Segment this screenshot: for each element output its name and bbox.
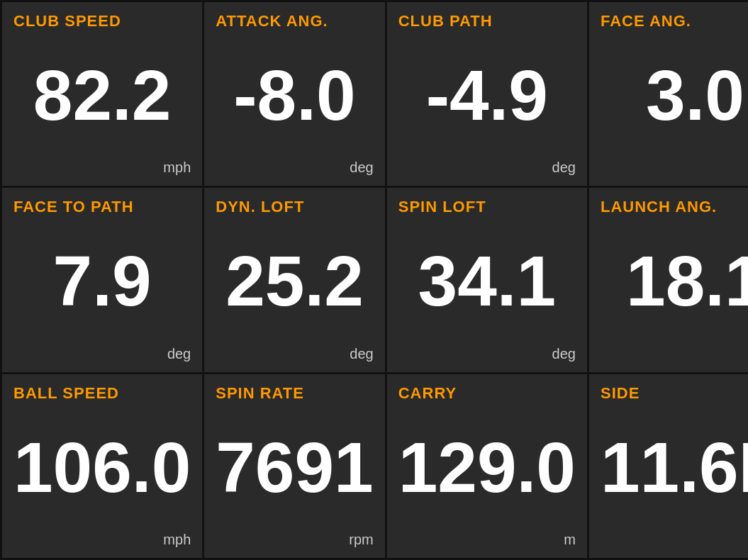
metric-card-attack-ang: ATTACK ANG.-8.0deg [204,2,384,186]
metric-label-attack-ang: ATTACK ANG. [216,12,373,30]
metric-label-spin-rate: SPIN RATE [216,384,373,403]
metrics-grid: CLUB SPEED82.2mphATTACK ANG.-8.0degCLUB … [0,0,748,560]
metric-value-face-ang: 3.0 [601,30,748,159]
metric-card-dyn-loft: DYN. LOFT25.2deg [204,188,384,371]
metric-card-launch-ang: LAUNCH ANG.18.1deg [589,188,748,371]
metric-label-carry: CARRY [398,384,576,403]
metric-label-dyn-loft: DYN. LOFT [216,198,373,216]
metric-value-carry: 129.0 [398,403,576,532]
metric-unit-attack-ang: deg [216,159,373,176]
metric-unit-face-to-path: deg [13,346,191,362]
metric-label-club-speed: CLUB SPEED [13,12,191,30]
metric-unit-carry: m [398,532,576,548]
metric-value-dyn-loft: 25.2 [216,216,373,345]
metric-value-side: 11.6R [601,403,748,532]
metric-card-club-path: CLUB PATH-4.9deg [387,2,587,186]
metric-value-spin-loft: 34.1 [398,216,576,345]
metric-unit-club-path: deg [398,159,576,176]
metric-unit-launch-ang: deg [601,346,748,362]
metric-label-face-to-path: FACE TO PATH [13,198,191,216]
metric-unit-spin-loft: deg [398,346,576,362]
metric-card-face-ang: FACE ANG.3.0deg [589,2,748,186]
metric-value-ball-speed: 106.0 [13,403,191,532]
metric-label-launch-ang: LAUNCH ANG. [601,198,748,216]
metric-card-ball-speed: BALL SPEED106.0mph [2,374,202,558]
metric-label-spin-loft: SPIN LOFT [398,198,576,216]
metric-card-spin-rate: SPIN RATE7691rpm [204,374,384,558]
metric-label-ball-speed: BALL SPEED [13,384,191,403]
metric-unit-spin-rate: rpm [216,532,373,548]
metric-value-launch-ang: 18.1 [601,216,748,345]
metric-value-spin-rate: 7691 [216,403,373,532]
metric-card-club-speed: CLUB SPEED82.2mph [2,2,202,186]
metric-value-club-path: -4.9 [398,30,576,159]
metric-unit-ball-speed: mph [13,532,191,548]
metric-card-face-to-path: FACE TO PATH7.9deg [2,188,202,371]
metric-card-spin-loft: SPIN LOFT34.1deg [387,188,587,371]
metric-unit-dyn-loft: deg [216,346,373,362]
metric-unit-side: m [601,532,748,548]
metric-unit-face-ang: deg [601,159,748,176]
metric-value-club-speed: 82.2 [13,30,191,159]
metric-label-side: SIDE [601,384,748,403]
metric-label-face-ang: FACE ANG. [601,12,748,30]
metric-label-club-path: CLUB PATH [398,12,576,30]
metric-value-attack-ang: -8.0 [216,30,373,159]
metric-unit-club-speed: mph [13,159,191,176]
metric-value-face-to-path: 7.9 [13,216,191,345]
metric-card-side: SIDE11.6Rm [589,374,748,558]
metric-card-carry: CARRY129.0m [387,374,587,558]
